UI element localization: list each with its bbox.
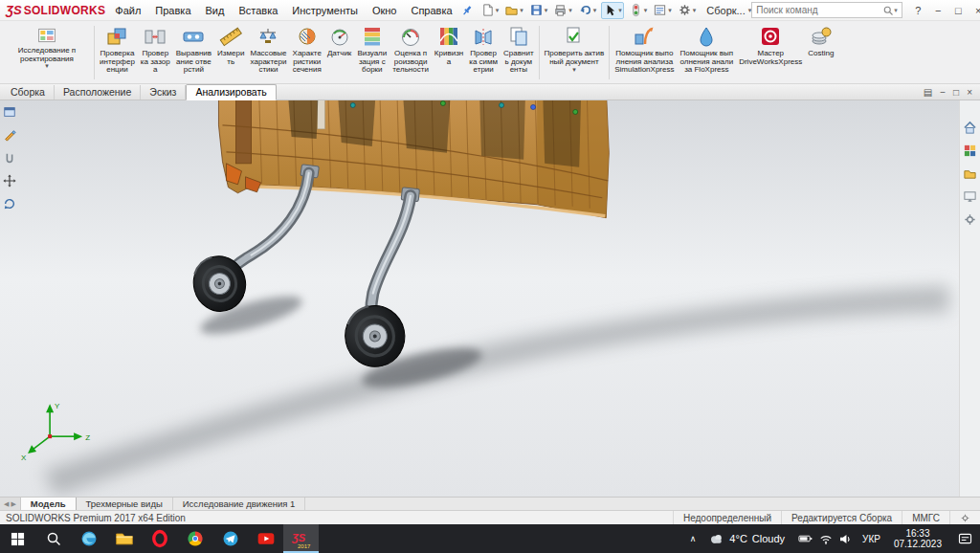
interference-check-button[interactable]: Проверка интерфер енции [97, 22, 138, 83]
telegram-app-icon[interactable] [212, 524, 248, 553]
scroll-left-icon[interactable]: ◀ [4, 500, 9, 508]
section-properties-button[interactable]: Характе ристики сечения [290, 22, 324, 83]
menu-edit[interactable]: Правка [155, 5, 190, 16]
design-study-button[interactable]: Исследование п роектирования ▾ [2, 22, 92, 83]
costing-button[interactable]: Costing [805, 22, 836, 83]
tab-model[interactable]: Модель [21, 498, 77, 510]
menu-view[interactable]: Вид [206, 5, 225, 16]
floxpress-icon [695, 24, 718, 49]
new-document-icon[interactable]: ▾ [479, 2, 501, 19]
sensor-button[interactable]: Датчик [324, 22, 355, 83]
floxpress-wizard-button[interactable]: Помощник вып олнения анали за FloXpress [677, 22, 736, 83]
file-explorer-app-icon[interactable] [106, 524, 142, 553]
clearance-verification-button[interactable]: Провер ка зазор а [138, 22, 173, 83]
search-input[interactable] [756, 5, 882, 15]
menu-insert[interactable]: Вставка [238, 5, 278, 16]
compare-documents-button[interactable]: Сравнит ь докум енты [501, 22, 536, 83]
performance-evaluation-button[interactable]: Оценка п роизводи тельности [390, 22, 432, 83]
tab-sketch[interactable]: Эскиз [141, 85, 186, 100]
3d-scene[interactable]: Y Z X [0, 100, 959, 497]
chevron-down-icon[interactable]: ▾ [894, 7, 898, 14]
menu-window[interactable]: Окно [372, 5, 397, 16]
language-indicator[interactable]: УКР [857, 534, 886, 544]
mate-clip-icon[interactable] [3, 150, 17, 165]
check-active-document-icon [563, 24, 586, 49]
label: борки [362, 66, 382, 75]
left-viewport-toolbar [1, 104, 18, 210]
taskbar-clock[interactable]: 16:33 07.12.2023 [886, 528, 949, 550]
menu-help[interactable]: Справка [411, 5, 452, 16]
help-button[interactable]: ? [908, 2, 928, 19]
document-name[interactable]: Сборк... ▾ [706, 5, 751, 16]
pane-toggle-icon[interactable]: ▤ [924, 87, 932, 98]
graphics-viewport[interactable]: Y Z X [0, 100, 959, 497]
action-center-icon[interactable] [949, 533, 980, 545]
appearance-palette-icon[interactable] [962, 143, 978, 159]
symmetry-check-button[interactable]: Провер ка симм етрии [466, 22, 501, 83]
speaker-icon[interactable] [839, 534, 852, 544]
close-button[interactable]: × [969, 2, 980, 19]
options-gear-icon[interactable]: ▾ [677, 2, 698, 19]
simulationxpress-wizard-button[interactable]: Помощник выпо лнения анализа SimulationX… [612, 22, 677, 83]
file-properties-icon[interactable]: ▾ [652, 2, 673, 19]
menu-file[interactable]: Файл [115, 5, 141, 16]
move-component-icon[interactable] [3, 173, 17, 188]
options-gear-icon[interactable] [962, 211, 978, 228]
units-selector[interactable]: ММГС [902, 511, 949, 524]
doc-close-icon[interactable]: × [967, 87, 972, 98]
rotate-component-icon[interactable] [3, 196, 17, 210]
minimize-button[interactable]: − [928, 2, 948, 19]
maximize-button[interactable]: □ [948, 2, 969, 19]
wifi-icon[interactable] [819, 534, 833, 544]
tab-3d-views[interactable]: Трехмерные виды [77, 498, 173, 510]
rebuild-icon[interactable]: ▾ [628, 2, 649, 19]
opera-app-icon[interactable] [142, 524, 177, 553]
command-search[interactable]: ▾ [751, 2, 902, 18]
pane-display-icon[interactable] [3, 104, 17, 119]
menu-tools[interactable]: Инструменты [292, 5, 358, 16]
window-controls: ? − □ × [908, 2, 980, 19]
solidworks-version-badge: 2017 [298, 543, 311, 549]
display-settings-icon[interactable] [962, 188, 978, 205]
assembly-visualization-button[interactable]: Визуали зация с борки [354, 22, 390, 83]
weather-widget[interactable]: 4°C Cloudy [701, 533, 793, 544]
hole-alignment-button[interactable]: Выравнив ание отве рстий [173, 22, 214, 83]
undo-icon[interactable]: ▾ [577, 2, 598, 19]
battery-icon[interactable] [798, 534, 813, 543]
taskbar-right: ∧ 4°C Cloudy УКР 16:33 07.12.2023 [685, 524, 980, 553]
sketch-pencil-icon[interactable] [3, 127, 17, 142]
save-icon[interactable]: ▾ [528, 2, 549, 19]
doc-restore-icon[interactable]: □ [953, 87, 959, 98]
tray-chevron-icon[interactable]: ∧ [685, 534, 702, 543]
ribbon-separator [539, 26, 540, 79]
status-options-icon[interactable] [949, 511, 980, 524]
scroll-right-icon[interactable]: ▶ [11, 500, 15, 508]
mass-properties-button[interactable]: Массовые характери стики [247, 22, 289, 83]
tab-assembly[interactable]: Сборка [2, 85, 55, 100]
tab-evaluate[interactable]: Анализировать [186, 84, 276, 100]
open-document-icon[interactable]: ▾ [503, 2, 524, 19]
interference-check-icon [105, 24, 128, 49]
print-icon[interactable]: ▾ [552, 2, 573, 19]
triad-y-label: Y [55, 402, 60, 410]
tab-layout[interactable]: Расположение [55, 85, 141, 100]
select-arrow-icon[interactable]: ▾ [601, 2, 624, 19]
start-button[interactable] [0, 524, 35, 553]
measure-button[interactable]: Измери ть [214, 22, 247, 83]
edge-app-icon[interactable] [71, 524, 106, 553]
folder-icon[interactable] [962, 166, 978, 182]
label: енты [510, 66, 527, 75]
driveworksxpress-wizard-button[interactable]: Мастер DriveWorksXpress [736, 22, 805, 83]
view-home-icon[interactable] [962, 120, 978, 136]
doc-minimize-icon[interactable]: − [940, 87, 946, 98]
pin-menu-icon[interactable] [460, 4, 474, 17]
solidworks-app-icon[interactable]: ƷS 2017 [283, 524, 319, 553]
check-active-document-button[interactable]: Проверить актив ный документ ▾ [542, 22, 608, 83]
taskbar-search-button[interactable] [35, 524, 71, 553]
label: а [447, 58, 451, 67]
youtube-app-icon[interactable] [248, 524, 283, 553]
solidworks-window: ƷS SOLIDWORKS Файл Правка Вид Вставка Ин… [0, 0, 980, 553]
chrome-app-icon[interactable] [177, 524, 212, 553]
tab-motion-study-1[interactable]: Исследование движения 1 [173, 498, 306, 510]
curvature-button[interactable]: Кривизн а [432, 22, 466, 83]
